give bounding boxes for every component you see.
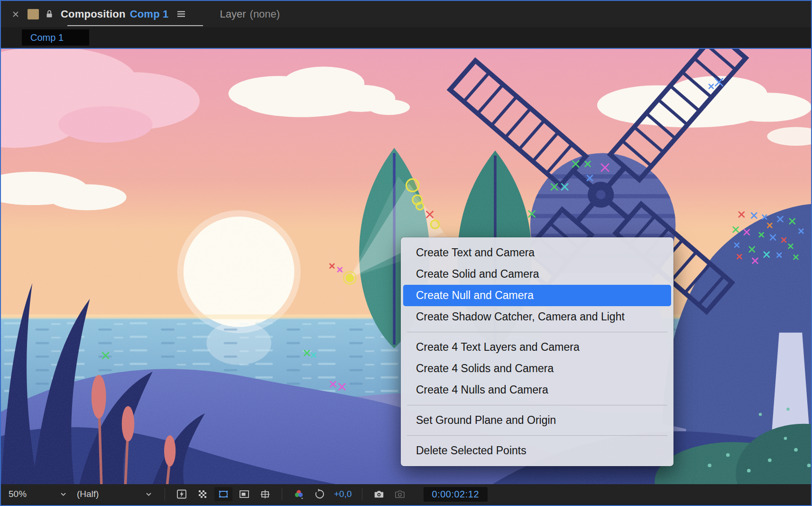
composition-tab-label: Composition bbox=[61, 8, 126, 20]
magnification-dropdown[interactable]: 50% bbox=[9, 489, 66, 499]
show-snapshot-button[interactable] bbox=[391, 487, 409, 501]
panel-swatch-icon bbox=[28, 9, 39, 19]
show-snapshot-icon bbox=[394, 488, 406, 500]
menu-item-create-4-nulls-and-camera[interactable]: Create 4 Nulls and Camera bbox=[403, 379, 671, 401]
channel-color-settings-button[interactable] bbox=[290, 487, 308, 501]
transparency-grid-button[interactable] bbox=[194, 487, 212, 501]
comp-1-button[interactable]: Comp 1 bbox=[22, 29, 89, 46]
reset-exposure-icon bbox=[314, 488, 325, 500]
menu-item-create-4-text-layers-and-camera[interactable]: Create 4 Text Layers and Camera bbox=[403, 337, 671, 358]
composition-tab-name: Comp 1 bbox=[130, 8, 169, 20]
region-of-interest-icon bbox=[239, 488, 250, 500]
menu-item-create-solid-and-camera[interactable]: Create Solid and Camera bbox=[403, 263, 671, 285]
chevron-down-icon bbox=[146, 492, 152, 497]
comp-selector-row: Comp 1 bbox=[1, 27, 811, 48]
composition-viewport[interactable]: Create Text and Camera Create Solid and … bbox=[1, 48, 811, 484]
panel-tab-bar: CompositionComp 1 Layer(none) bbox=[1, 1, 811, 27]
mask-shape-visibility-icon bbox=[218, 488, 229, 500]
toolbar-separator bbox=[282, 488, 282, 500]
chevron-down-icon bbox=[60, 492, 66, 497]
mask-shape-visibility-button[interactable] bbox=[214, 487, 232, 501]
exposure-offset-value[interactable]: +0,0 bbox=[334, 489, 352, 499]
take-snapshot-button[interactable] bbox=[370, 487, 388, 501]
grid-and-guides-button[interactable] bbox=[256, 487, 274, 501]
menu-separator bbox=[407, 435, 667, 436]
layer-tab-label: Layer bbox=[220, 8, 246, 20]
composition-panel: CompositionComp 1 Layer(none) Comp 1 bbox=[0, 0, 812, 506]
menu-item-create-4-solids-and-camera[interactable]: Create 4 Solids and Camera bbox=[403, 358, 671, 379]
menu-item-create-text-and-camera[interactable]: Create Text and Camera bbox=[403, 242, 671, 263]
channel-color-settings-icon bbox=[293, 488, 304, 500]
toolbar-separator bbox=[165, 488, 165, 500]
magnification-value: 50% bbox=[9, 489, 27, 499]
layer-tab-name: (none) bbox=[250, 8, 280, 20]
menu-item-create-null-and-camera[interactable]: Create Null and Camera bbox=[403, 285, 671, 306]
transparency-grid-icon bbox=[197, 488, 208, 500]
reset-exposure-button[interactable] bbox=[311, 487, 329, 501]
menu-item-delete-selected-points[interactable]: Delete Selected Points bbox=[403, 440, 671, 461]
fast-previews-button[interactable] bbox=[173, 487, 191, 501]
menu-separator bbox=[407, 332, 667, 332]
region-of-interest-button[interactable] bbox=[235, 487, 253, 501]
camera-icon bbox=[373, 488, 385, 500]
grid-and-guides-icon bbox=[259, 488, 271, 500]
tab-composition[interactable]: CompositionComp 1 bbox=[61, 8, 169, 20]
tracker-context-menu: Create Text and Camera Create Solid and … bbox=[401, 237, 674, 466]
menu-separator bbox=[407, 405, 667, 405]
panel-bottom-spacer bbox=[1, 504, 811, 505]
fast-previews-icon bbox=[176, 488, 187, 500]
close-panel-icon[interactable] bbox=[9, 8, 22, 20]
menu-item-create-shadow-catcher-camera-and-light[interactable]: Create Shadow Catcher, Camera and Light bbox=[403, 306, 671, 328]
menu-item-set-ground-plane-and-origin[interactable]: Set Ground Plane and Origin bbox=[403, 410, 671, 431]
tab-layer[interactable]: Layer(none) bbox=[220, 8, 280, 20]
resolution-dropdown[interactable]: (Half) bbox=[77, 489, 152, 499]
panel-menu-icon[interactable] bbox=[176, 10, 186, 18]
viewport-toolbar: 50% (Half) +0,0 bbox=[1, 484, 811, 504]
current-time-display[interactable]: 0:00:02:12 bbox=[424, 487, 488, 502]
active-tab-underline bbox=[67, 25, 203, 26]
resolution-value: (Half) bbox=[77, 489, 99, 499]
toolbar-separator bbox=[362, 488, 362, 500]
lock-icon[interactable] bbox=[46, 9, 53, 19]
